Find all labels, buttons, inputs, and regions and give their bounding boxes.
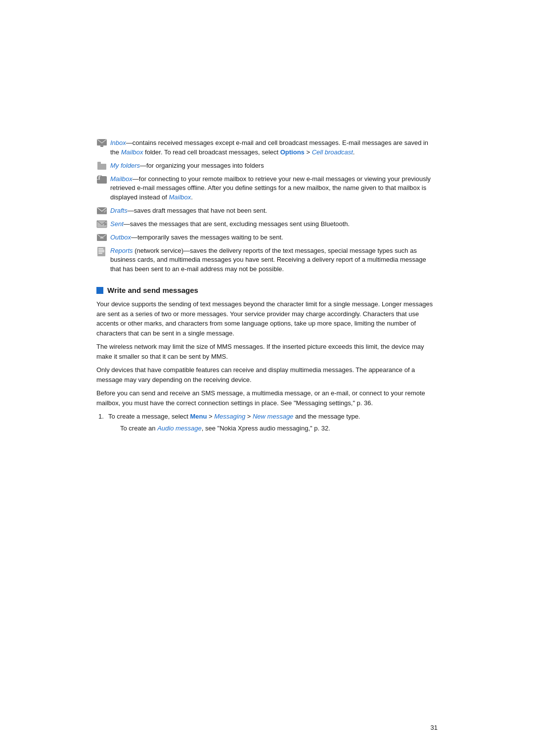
step1-text-pre: To create a message, select (108, 413, 190, 420)
list-item: Outbox—temporarily saves the messages wa… (96, 233, 438, 242)
new-message-link[interactable]: New message (253, 413, 293, 420)
mailbox-desc: —for connecting to your remote mailbox t… (110, 175, 431, 201)
messaging-link[interactable]: Messaging (214, 413, 245, 420)
inbox-label[interactable]: Inbox (110, 139, 126, 146)
sent-icon (96, 220, 107, 228)
step1-text3: > (245, 413, 253, 420)
drafts-icon (96, 207, 107, 215)
svg-rect-21 (98, 251, 104, 252)
outbox-text: Outbox—temporarily saves the messages wa… (110, 233, 283, 242)
content-area: Inbox—contains received messages except … (96, 139, 438, 433)
inbox-desc3: > (305, 148, 312, 156)
section-header: Write and send messages (96, 286, 438, 294)
sub-text-pre: To create an (120, 425, 157, 432)
list-item: Mailbox—for connecting to your remote ma… (96, 175, 438, 203)
list-item: Reports (network service)—saves the deli… (96, 246, 438, 275)
reports-desc: (network service)—saves the delivery rep… (110, 247, 426, 273)
my-folders-desc: —for organizing your messages into folde… (140, 162, 264, 169)
list-item: Sent—saves the messages that are sent, e… (96, 220, 438, 229)
my-folders-text: My folders—for organizing your messages … (110, 161, 264, 171)
step1-text2: > (207, 413, 214, 420)
drafts-text: Drafts—saves draft messages that have no… (110, 206, 267, 216)
page-number: 31 (431, 724, 438, 731)
reports-icon (96, 247, 107, 257)
outbox-label[interactable]: Outbox (110, 234, 131, 241)
svg-rect-22 (98, 253, 102, 254)
sent-desc: —saves the messages that are sent, exclu… (124, 220, 350, 228)
svg-rect-9 (100, 176, 107, 184)
sub-text-post: , see "Nokia Xpress audio messaging," p.… (202, 425, 330, 432)
reports-label[interactable]: Reports (110, 247, 133, 254)
mailbox-icon (96, 175, 107, 184)
outbox-desc: —temporarily saves the messages waiting … (131, 234, 283, 241)
drafts-desc: —saves draft messages that have not been… (128, 207, 267, 214)
numbered-item-1: 1. To create a message, select Menu > Me… (96, 412, 438, 433)
my-folders-icon (96, 162, 107, 170)
sub-item-1: To create an Audio message, see "Nokia X… (108, 424, 360, 433)
step1-text4: and the message type. (293, 413, 360, 420)
audio-message-link[interactable]: Audio message (157, 425, 202, 432)
section-title: Write and send messages (107, 286, 198, 294)
section-paragraph-1: Your device supports the sending of text… (96, 299, 438, 338)
sent-label[interactable]: Sent (110, 220, 124, 228)
mailbox-desc2: . (191, 193, 193, 201)
inbox-text: Inbox—contains received messages except … (110, 139, 438, 157)
reports-text: Reports (network service)—saves the deli… (110, 246, 438, 275)
svg-rect-20 (98, 250, 104, 251)
svg-rect-19 (98, 248, 103, 249)
section-paragraph-4: Before you can send and receive an SMS m… (96, 388, 438, 408)
mailbox-text: Mailbox—for connecting to your remote ma… (110, 175, 438, 203)
list-item: Drafts—saves draft messages that have no… (96, 206, 438, 216)
list-item: Inbox—contains received messages except … (96, 139, 438, 157)
options-link[interactable]: Options (280, 148, 305, 156)
menu-link[interactable]: Menu (190, 413, 207, 420)
section-header-square (96, 287, 103, 294)
section-paragraph-3: Only devices that have compatible featur… (96, 365, 438, 384)
numbered-item-text: To create a message, select Menu > Messa… (108, 412, 360, 433)
list-item: My folders—for organizing your messages … (96, 161, 438, 171)
mailbox-link[interactable]: Mailbox (121, 148, 143, 156)
page-container: Inbox—contains received messages except … (0, 0, 534, 756)
sent-text: Sent—saves the messages that are sent, e… (110, 220, 350, 229)
inbox-desc2: folder. To read cell broadcast messages,… (143, 148, 280, 156)
mailbox-link2[interactable]: Mailbox (169, 193, 191, 201)
my-folders-label[interactable]: My folders (110, 162, 140, 169)
numbered-item-num: 1. (98, 412, 108, 422)
section-paragraph-2: The wireless network may limit the size … (96, 342, 438, 361)
inbox-icon (96, 139, 107, 147)
outbox-icon (96, 234, 107, 241)
cell-broadcast-link[interactable]: Cell broadcast (312, 148, 353, 156)
mailbox-label[interactable]: Mailbox (110, 175, 133, 183)
svg-rect-5 (97, 162, 101, 164)
inbox-desc4: . (353, 148, 355, 156)
svg-rect-10 (97, 179, 99, 180)
drafts-label[interactable]: Drafts (110, 207, 128, 214)
